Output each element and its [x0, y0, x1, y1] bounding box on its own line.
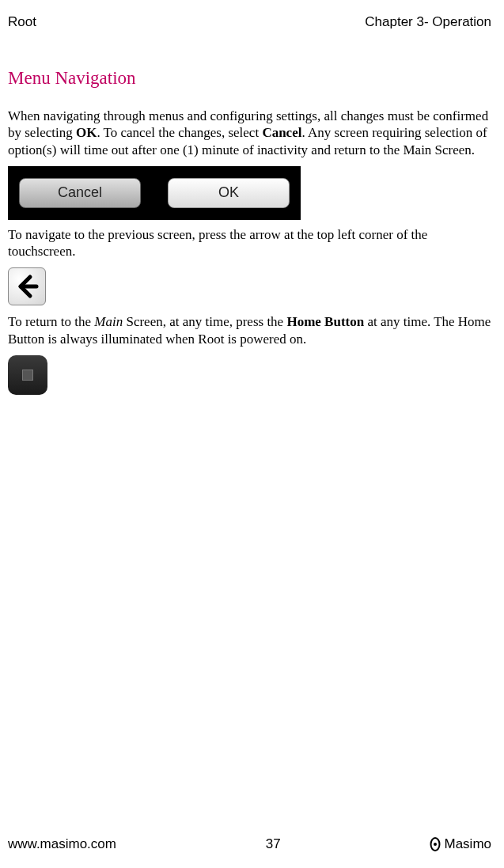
arrow-left-icon: [14, 274, 40, 299]
paragraph-back-nav: To navigate to the previous screen, pres…: [8, 226, 491, 260]
bold-cancel: Cancel: [262, 125, 301, 140]
section-title: Menu Navigation: [8, 68, 491, 89]
back-button[interactable]: [8, 267, 46, 305]
figure-cancel-ok: Cancel OK: [8, 166, 301, 220]
svg-point-2: [434, 843, 437, 846]
home-icon: [22, 370, 33, 381]
footer-page-number: 37: [266, 836, 281, 852]
brand-text: Masimo: [444, 836, 491, 852]
header-right: Chapter 3- Operation: [365, 14, 491, 30]
text: To return to the: [8, 314, 94, 329]
bold-home-button: Home Button: [286, 314, 364, 329]
text: Screen, at any time, press the: [123, 314, 286, 329]
paragraph-intro: When navigating through menus and config…: [8, 108, 491, 158]
page-footer: www.masimo.com 37 Masimo: [8, 836, 491, 852]
italic-main: Main: [94, 314, 123, 329]
text: . To cancel the changes, select: [97, 125, 262, 140]
ok-button[interactable]: OK: [168, 178, 290, 208]
page-header: Root Chapter 3- Operation: [8, 14, 491, 30]
cancel-button[interactable]: Cancel: [19, 178, 141, 208]
bold-ok: OK: [76, 125, 97, 140]
footer-url: www.masimo.com: [8, 836, 116, 852]
footer-brand: Masimo: [430, 836, 491, 852]
header-left: Root: [8, 14, 36, 30]
home-button[interactable]: [8, 355, 47, 395]
brand-icon: [430, 837, 441, 851]
paragraph-home: To return to the Main Screen, at any tim…: [8, 313, 491, 347]
